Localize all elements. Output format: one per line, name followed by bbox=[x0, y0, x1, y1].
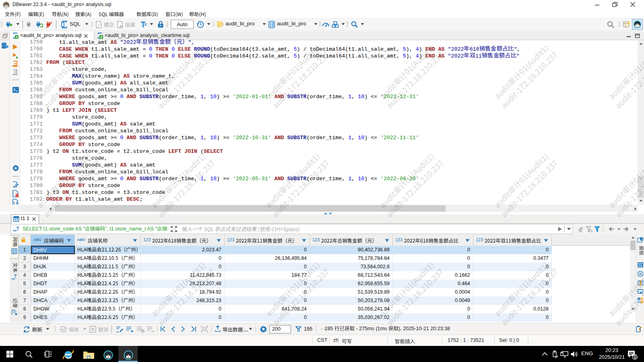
svg-text:1: 1 bbox=[634, 354, 636, 359]
